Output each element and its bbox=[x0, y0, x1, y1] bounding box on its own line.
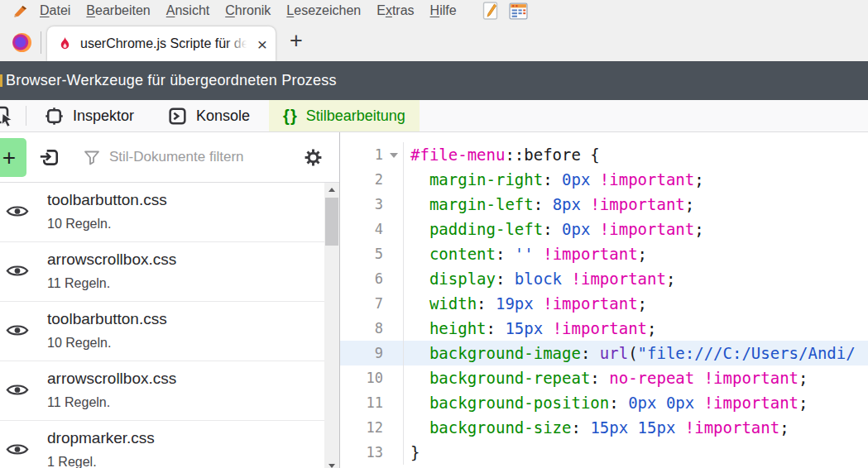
tab-inspector[interactable]: Inspektor bbox=[30, 100, 148, 131]
code-line[interactable]: 13 } bbox=[340, 440, 868, 465]
code-line[interactable]: 11 background-position: 0px 0px !importa… bbox=[340, 390, 868, 415]
tab-style-editor[interactable]: {} Stilbearbeitung bbox=[269, 100, 420, 131]
code-line[interactable]: 8 height: 15px !important; bbox=[340, 316, 868, 341]
fold-arrow-icon[interactable] bbox=[383, 291, 403, 316]
menubar-item-chronik[interactable]: Chronik bbox=[225, 3, 271, 18]
menubar-item-hilfe[interactable]: Hilfe bbox=[430, 3, 457, 18]
visibility-eye-icon[interactable] bbox=[6, 382, 29, 398]
menu-label-part: B bbox=[86, 3, 95, 17]
menubar-item-extras[interactable]: Extras bbox=[376, 3, 414, 18]
filter-placeholder: Stil-Dokumente filtern bbox=[109, 149, 244, 165]
fold-arrow-icon[interactable] bbox=[383, 241, 403, 266]
menu-label-part: A bbox=[166, 3, 175, 17]
code-line[interactable]: 10 background-repeat: no-repeat !importa… bbox=[340, 365, 868, 390]
code-line[interactable]: 4 padding-left: 0px !important; bbox=[340, 217, 868, 241]
menu-label-part: nsicht bbox=[175, 3, 209, 17]
code-token bbox=[410, 270, 429, 288]
code-token bbox=[410, 195, 429, 213]
code-token: block bbox=[515, 270, 562, 288]
firefox-icon bbox=[12, 33, 31, 52]
code-line[interactable]: 3 margin-left: 8px !important; bbox=[340, 192, 868, 217]
fold-arrow-icon[interactable] bbox=[383, 390, 403, 415]
code-token: margin-right bbox=[429, 170, 543, 189]
code-token: : bbox=[590, 369, 609, 387]
fold-arrow-icon[interactable] bbox=[383, 217, 403, 241]
browser-tab[interactable]: userChrome.js Scripte für de × bbox=[47, 26, 276, 61]
code-token: display bbox=[429, 270, 496, 288]
tab-console[interactable]: Konsole bbox=[153, 100, 264, 131]
fold-arrow-icon[interactable] bbox=[383, 192, 403, 217]
fold-arrow-icon[interactable] bbox=[383, 440, 403, 465]
css-source-editor[interactable]: 1 #file-menu::before { 2 margin-right: 0… bbox=[340, 132, 868, 468]
import-stylesheet-icon[interactable] bbox=[38, 146, 60, 169]
code-token: ; bbox=[685, 195, 694, 213]
fold-arrow-icon[interactable] bbox=[383, 167, 403, 192]
fold-arrow-icon[interactable] bbox=[383, 266, 403, 291]
code-text: content: '' !important; bbox=[404, 241, 868, 266]
code-line[interactable]: 1 #file-menu::before { bbox=[340, 142, 868, 167]
menu-label-part: atei bbox=[50, 3, 71, 17]
fold-arrow-icon[interactable] bbox=[383, 341, 403, 365]
menubar-item-datei[interactable]: Datei bbox=[40, 3, 70, 18]
line-number: 4 bbox=[340, 217, 383, 241]
fold-arrow-icon[interactable] bbox=[383, 365, 403, 390]
code-text: width: 19px !important; bbox=[404, 291, 868, 316]
stylesheet-item[interactable]: arrowscrollbox.css 11 Regeln. bbox=[0, 242, 324, 302]
code-line[interactable]: 5 content: '' !important; bbox=[340, 241, 868, 266]
visibility-eye-icon[interactable] bbox=[6, 263, 29, 279]
notes-icon[interactable] bbox=[482, 1, 499, 21]
code-token: : bbox=[534, 195, 553, 213]
menubar-item-lesezeichen[interactable]: Lesezeichen bbox=[286, 3, 361, 18]
menubar-item-bearbeiten[interactable]: Bearbeiten bbox=[86, 3, 150, 18]
menubar-item-ansicht[interactable]: Ansicht bbox=[166, 3, 209, 18]
code-token: ( bbox=[628, 344, 637, 362]
code-text: background-size: 15px 15px !important; bbox=[404, 415, 868, 440]
node-picker-icon[interactable] bbox=[0, 100, 26, 131]
calendar-icon[interactable] bbox=[509, 2, 528, 20]
code-token bbox=[534, 245, 543, 263]
code-token: : bbox=[543, 220, 562, 238]
stylesheet-item[interactable]: toolbarbutton.css 10 Regeln. bbox=[0, 302, 324, 361]
visibility-eye-icon[interactable] bbox=[6, 442, 29, 457]
visibility-eye-icon[interactable] bbox=[6, 322, 29, 338]
code-token: !important bbox=[553, 319, 647, 337]
line-number: 1 bbox=[340, 142, 383, 167]
code-token bbox=[675, 418, 684, 437]
code-token bbox=[562, 270, 571, 288]
code-token: background-size bbox=[429, 418, 572, 437]
code-line[interactable]: 9 background-image: url("file:///C:/User… bbox=[340, 341, 868, 365]
code-line[interactable]: 7 width: 19px !important; bbox=[340, 291, 868, 316]
code-token bbox=[410, 319, 429, 337]
code-line[interactable]: 12 background-size: 15px 15px !important… bbox=[340, 415, 868, 440]
code-line[interactable]: 2 margin-right: 0px !important; bbox=[340, 167, 868, 192]
fold-arrow-icon[interactable] bbox=[383, 415, 403, 440]
scroll-up-icon[interactable] bbox=[324, 183, 339, 197]
menu-label-part: C bbox=[225, 3, 235, 17]
fold-arrow-icon[interactable] bbox=[383, 142, 403, 167]
options-gear-icon[interactable] bbox=[302, 146, 324, 169]
stylesheet-sidebar: + Stil-Dokumente filtern toolbarbutton.c… bbox=[0, 132, 340, 468]
code-text: } bbox=[404, 440, 868, 465]
stylesheet-rule-count: 11 Regeln. bbox=[47, 269, 324, 291]
new-stylesheet-button[interactable]: + bbox=[0, 138, 26, 177]
stylesheet-item[interactable]: arrowscrollbox.css 11 Regeln. bbox=[0, 361, 324, 421]
fold-arrow-icon[interactable] bbox=[383, 316, 403, 341]
code-text: #file-menu::before { bbox=[404, 142, 868, 167]
scrollbar-thumb[interactable] bbox=[325, 198, 338, 246]
code-token: : bbox=[496, 270, 515, 288]
code-token bbox=[590, 220, 599, 238]
scroll-down-icon[interactable] bbox=[324, 459, 339, 468]
sidebar-scrollbar[interactable] bbox=[324, 183, 339, 468]
visibility-eye-icon[interactable] bbox=[6, 203, 29, 219]
stylesheet-item[interactable]: dropmarker.css 1 Regel. bbox=[0, 421, 324, 468]
code-line[interactable]: 6 display: block !important; bbox=[340, 266, 868, 291]
stylesheet-name: dropmarker.css bbox=[47, 421, 324, 447]
new-tab-button[interactable]: + bbox=[290, 30, 303, 52]
stylesheet-item[interactable]: toolbarbutton.css 10 Regeln. bbox=[0, 183, 324, 242]
code-token: background-position bbox=[429, 394, 609, 412]
menu-label-part: ilfe bbox=[439, 3, 456, 17]
code-token: 0px bbox=[562, 170, 590, 189]
filter-stylesheets-input[interactable]: Stil-Dokumente filtern bbox=[84, 149, 302, 165]
tab-close-icon[interactable]: × bbox=[256, 36, 269, 53]
code-token bbox=[410, 245, 429, 263]
